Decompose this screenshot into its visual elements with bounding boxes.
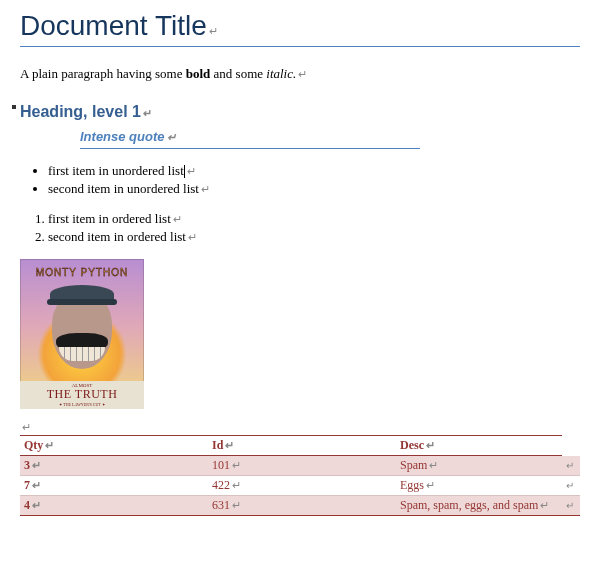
- embedded-image: MONTY PYTHON ALMOST THE TRUTH ✦ THE LAWY…: [20, 259, 144, 409]
- pilcrow-icon: ↵: [22, 421, 31, 433]
- intense-quote-block: Intense quote↵: [80, 129, 580, 149]
- table-row: 7↵ 422↵ Eggs↵ ↵: [20, 476, 580, 496]
- list-item: second item in unordered list↵: [48, 181, 580, 197]
- unordered-list: first item in unordered list↵ second ite…: [48, 163, 580, 197]
- body-paragraph: A plain paragraph having some bold and s…: [20, 65, 580, 83]
- ordered-list: first item in ordered list↵ second item …: [48, 211, 580, 245]
- document-title: Document Title↵: [20, 10, 580, 47]
- list-item: first item in unordered list↵: [48, 163, 580, 179]
- list-item: second item in ordered list↵: [48, 229, 580, 245]
- pilcrow-icon: ↵: [298, 68, 307, 80]
- table-header-row: Qty↵ Id↵ Desc↵: [20, 436, 580, 456]
- list-item: first item in ordered list↵: [48, 211, 580, 227]
- data-table: Qty↵ Id↵ Desc↵ 3↵ 101↵ Spam↵ ↵ 7↵ 422↵ E…: [20, 435, 580, 516]
- heading-1: Heading, level 1↵: [20, 103, 580, 121]
- table-row: 3↵ 101↵ Spam↵ ↵: [20, 456, 580, 476]
- table-row: 4↵ 631↵ Spam, spam, eggs, and spam↵ ↵: [20, 496, 580, 516]
- text-cursor: [184, 165, 185, 178]
- pilcrow-icon: ↵: [167, 131, 176, 143]
- image-banner-text: MONTY PYTHON: [24, 267, 140, 278]
- pilcrow-icon: ↵: [209, 25, 218, 37]
- pilcrow-icon: ↵: [143, 107, 152, 119]
